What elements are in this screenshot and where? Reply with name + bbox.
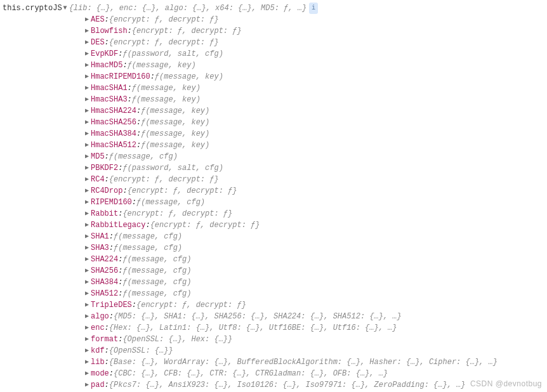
property-row[interactable]: SHA3: ƒ (message, cfg) — [3, 242, 544, 254]
property-row[interactable]: RIPEMD160: ƒ (message, cfg) — [3, 197, 544, 208]
property-name: SHA256 — [91, 265, 118, 277]
expand-arrow-right-icon[interactable] — [84, 231, 90, 242]
property-row[interactable]: HmacMD5: ƒ (message, key) — [3, 60, 544, 71]
property-row[interactable]: HmacSHA224: ƒ (message, key) — [3, 105, 544, 117]
property-row[interactable]: algo: {MD5: {…}, SHA1: {…}, SHA256: {…},… — [3, 311, 544, 322]
expand-arrow-right-icon[interactable] — [84, 25, 90, 37]
property-row[interactable]: SHA1: ƒ (message, cfg) — [3, 231, 544, 242]
expand-arrow-right-icon[interactable] — [84, 117, 90, 128]
expand-arrow-right-icon[interactable] — [84, 242, 90, 254]
expand-arrow-right-icon[interactable] — [84, 37, 90, 48]
property-row[interactable]: HmacRIPEMD160: ƒ (message, key) — [3, 71, 544, 82]
property-name: HmacSHA1 — [91, 82, 128, 94]
property-name: enc — [91, 322, 105, 334]
expand-arrow-right-icon[interactable] — [84, 162, 90, 174]
expand-arrow-right-icon[interactable] — [84, 82, 90, 94]
property-row[interactable]: Blowfish: {encrypt: ƒ, decrypt: ƒ} — [3, 25, 544, 37]
property-row[interactable]: HmacSHA512: ƒ (message, key) — [3, 140, 544, 151]
expand-arrow-right-icon[interactable] — [84, 208, 90, 219]
expand-arrow-right-icon[interactable] — [84, 277, 90, 288]
object-preview: {OpenSSL: {…}, Hex: {…}} — [122, 334, 232, 345]
expand-arrow-right-icon[interactable] — [84, 128, 90, 140]
function-signature: (message, cfg) — [118, 231, 182, 242]
function-icon: ƒ — [128, 60, 132, 71]
function-signature: (message, key) — [145, 140, 209, 151]
expand-arrow-right-icon[interactable] — [84, 94, 90, 105]
property-name: RC4Drop — [91, 185, 122, 197]
property-row[interactable]: TripleDES: {encrypt: ƒ, decrypt: ƒ} — [3, 299, 544, 311]
function-signature: (message, key) — [136, 82, 201, 94]
property-row[interactable]: SHA224: ƒ (message, cfg) — [3, 254, 544, 265]
expand-arrow-right-icon[interactable] — [84, 174, 90, 185]
property-row[interactable]: PBKDF2: ƒ (password, salt, cfg) — [3, 162, 544, 174]
expand-arrow-right-icon[interactable] — [84, 265, 90, 277]
property-row[interactable]: HmacSHA1: ƒ (message, key) — [3, 82, 544, 94]
object-preview: {CBC: {…}, CFB: {…}, CTR: {…}, CTRGladma… — [114, 368, 388, 379]
expand-arrow-right-icon[interactable] — [84, 299, 90, 311]
property-name: algo — [91, 311, 109, 322]
property-name: AES — [91, 14, 105, 25]
function-icon: ƒ — [122, 265, 127, 277]
expand-arrow-right-icon[interactable] — [84, 219, 90, 231]
property-row[interactable]: AES: {encrypt: ƒ, decrypt: ƒ} — [3, 14, 544, 25]
function-icon: ƒ — [141, 140, 145, 151]
expand-arrow-right-icon[interactable] — [84, 288, 90, 299]
property-row[interactable]: SHA256: ƒ (message, cfg) — [3, 265, 544, 277]
expand-arrow-right-icon[interactable] — [84, 311, 90, 322]
property-row[interactable]: Rabbit: {encrypt: ƒ, decrypt: ƒ} — [3, 208, 544, 219]
property-name: lib — [91, 356, 105, 368]
property-row[interactable]: HmacSHA3: ƒ (message, key) — [3, 94, 544, 105]
expand-arrow-right-icon[interactable] — [84, 105, 90, 117]
property-row[interactable]: kdf: {OpenSSL: {…}} — [3, 345, 544, 356]
expand-arrow-right-icon[interactable] — [84, 60, 90, 71]
object-preview: {encrypt: ƒ, decrypt: ƒ} — [122, 208, 232, 219]
expand-arrow-right-icon[interactable] — [84, 14, 90, 25]
expression-label: this.cryptoJS — [3, 3, 62, 14]
property-row[interactable]: SHA384: ƒ (message, cfg) — [3, 277, 544, 288]
expand-arrow-down-icon[interactable] — [62, 3, 69, 14]
expand-arrow-right-icon[interactable] — [84, 368, 90, 379]
property-row[interactable]: pad: {Pkcs7: {…}, AnsiX923: {…}, Iso1012… — [3, 379, 544, 391]
function-icon: ƒ — [141, 117, 145, 128]
property-row[interactable]: format: {OpenSSL: {…}, Hex: {…}} — [3, 334, 544, 345]
expand-arrow-right-icon[interactable] — [84, 345, 90, 356]
property-row[interactable]: RabbitLegacy: {encrypt: ƒ, decrypt: ƒ} — [3, 219, 544, 231]
property-row[interactable]: HmacSHA256: ƒ (message, key) — [3, 117, 544, 128]
property-name: EvpKDF — [91, 48, 118, 60]
property-row[interactable]: SHA512: ƒ (message, cfg) — [3, 288, 544, 299]
property-name: HmacRIPEMD160 — [91, 71, 150, 82]
property-row[interactable]: mode: {CBC: {…}, CFB: {…}, CTR: {…}, CTR… — [3, 368, 544, 379]
property-row[interactable]: EvpKDF: ƒ (password, salt, cfg) — [3, 48, 544, 60]
function-icon: ƒ — [122, 277, 127, 288]
expand-arrow-right-icon[interactable] — [84, 48, 90, 60]
expand-arrow-right-icon[interactable] — [84, 254, 90, 265]
function-signature: (message, key) — [136, 94, 201, 105]
expand-arrow-right-icon[interactable] — [84, 71, 90, 82]
info-badge-icon[interactable]: i — [309, 3, 318, 14]
expand-arrow-right-icon[interactable] — [84, 151, 90, 162]
expand-arrow-right-icon[interactable] — [84, 140, 90, 151]
property-row[interactable]: RC4: {encrypt: ƒ, decrypt: ƒ} — [3, 174, 544, 185]
function-signature: (message, key) — [145, 128, 209, 140]
property-row[interactable]: enc: {Hex: {…}, Latin1: {…}, Utf8: {…}, … — [3, 322, 544, 334]
root-row[interactable]: this.cryptoJS {lib: {…}, enc: {…}, algo:… — [3, 3, 544, 14]
object-tree: this.cryptoJS {lib: {…}, enc: {…}, algo:… — [3, 3, 544, 391]
function-icon: ƒ — [114, 231, 118, 242]
property-name: mode — [91, 368, 109, 379]
property-row[interactable]: RC4Drop: {encrypt: ƒ, decrypt: ƒ} — [3, 185, 544, 197]
expand-arrow-right-icon[interactable] — [84, 356, 90, 368]
expand-arrow-right-icon[interactable] — [84, 334, 90, 345]
property-row[interactable]: DES: {encrypt: ƒ, decrypt: ƒ} — [3, 37, 544, 48]
function-icon: ƒ — [155, 71, 159, 82]
property-name: MD5 — [91, 151, 105, 162]
property-row[interactable]: MD5: ƒ (message, cfg) — [3, 151, 544, 162]
property-name: HmacSHA256 — [91, 117, 136, 128]
expand-arrow-right-icon[interactable] — [84, 322, 90, 334]
property-row[interactable]: lib: {Base: {…}, WordArray: {…}, Buffere… — [3, 356, 544, 368]
expand-arrow-right-icon[interactable] — [84, 197, 90, 208]
property-name: DES — [91, 37, 105, 48]
function-icon: ƒ — [122, 288, 127, 299]
expand-arrow-right-icon[interactable] — [84, 185, 90, 197]
expand-arrow-right-icon[interactable] — [84, 379, 90, 391]
property-row[interactable]: HmacSHA384: ƒ (message, key) — [3, 128, 544, 140]
